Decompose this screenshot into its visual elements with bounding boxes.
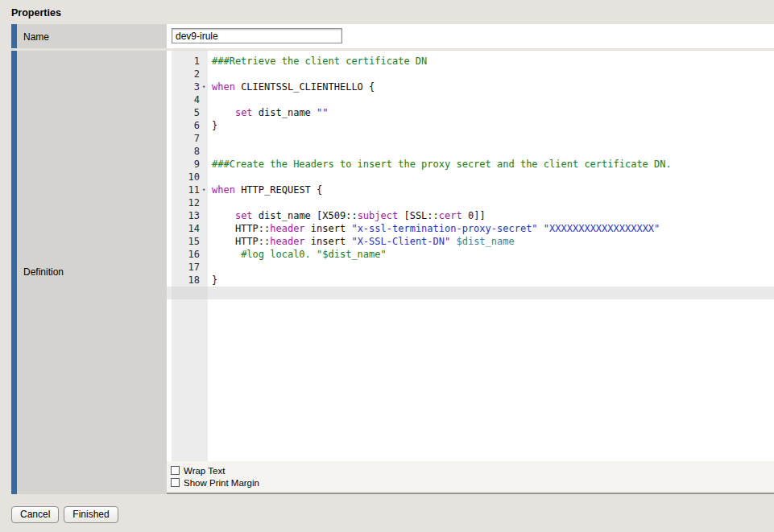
line-number: 14 xyxy=(167,222,208,235)
code-text[interactable] xyxy=(208,93,774,106)
show-print-margin-option[interactable]: Show Print Margin xyxy=(171,476,774,489)
code-text[interactable]: HTTP::header insert "X-SSL-Client-DN" $d… xyxy=(208,235,774,248)
code-line[interactable]: 5 set dist_name "" xyxy=(167,106,774,119)
token-comment: #log local0. "$dist_name" xyxy=(241,249,387,260)
line-number-text: 11 xyxy=(188,184,200,196)
code-text[interactable]: #log local0. "$dist_name" xyxy=(208,248,774,261)
token-plain: insert xyxy=(305,236,352,247)
code-text[interactable]: } xyxy=(208,274,774,287)
code-text[interactable] xyxy=(208,196,774,209)
code-text[interactable]: HTTP::header insert "x-ssl-termination-p… xyxy=(208,222,774,235)
line-number-text: 2 xyxy=(194,68,200,80)
code-line[interactable]: 16 #log local0. "$dist_name" xyxy=(167,248,774,261)
line-number: 10 xyxy=(167,171,208,184)
code-line[interactable]: 12 xyxy=(167,196,774,209)
line-number: 3▾ xyxy=(167,80,208,93)
irule-code-editor[interactable]: 1###Retrieve the client certificate DN23… xyxy=(167,51,774,494)
line-number: 1 xyxy=(167,55,208,68)
code-line[interactable]: 17 xyxy=(167,261,774,274)
token-plain: } xyxy=(212,274,217,286)
code-text[interactable] xyxy=(208,171,774,184)
line-number: 4 xyxy=(167,93,208,106)
line-number: 18 xyxy=(167,274,208,287)
line-number: 8 xyxy=(167,145,208,158)
token-keyword: set xyxy=(235,210,253,221)
token-comment: ###Create the Headers to insert the prox… xyxy=(212,159,672,170)
code-line[interactable]: 1###Retrieve the client certificate DN xyxy=(167,55,774,68)
code-text[interactable] xyxy=(208,261,774,274)
finished-button[interactable]: Finished xyxy=(64,506,118,523)
code-line[interactable]: 10 xyxy=(167,171,774,184)
line-number-text: 9 xyxy=(194,158,200,171)
line-number-text: 12 xyxy=(188,196,200,209)
code-text[interactable] xyxy=(208,132,774,145)
line-number-text: 1 xyxy=(194,55,200,68)
name-input[interactable] xyxy=(172,28,342,43)
code-text[interactable] xyxy=(208,287,774,299)
fold-toggle-icon[interactable]: ▾ xyxy=(200,80,208,93)
token-plain: HTTP_REQUEST { xyxy=(235,184,322,196)
code-line[interactable]: 15 HTTP::header insert "X-SSL-Client-DN"… xyxy=(167,235,774,248)
wrap-text-checkbox[interactable] xyxy=(171,466,180,475)
wrap-text-option[interactable]: Wrap Text xyxy=(171,464,774,476)
fold-toggle-icon[interactable]: ▾ xyxy=(200,184,208,196)
show-print-margin-label: Show Print Margin xyxy=(184,478,259,488)
line-number: 17 xyxy=(167,261,208,274)
code-line[interactable]: 14 HTTP::header insert "x-ssl-terminatio… xyxy=(167,222,774,235)
token-variable: $dist_name xyxy=(456,236,514,247)
line-number-text: 15 xyxy=(188,235,200,248)
code-region[interactable]: 1###Retrieve the client certificate DN23… xyxy=(167,51,774,461)
token-plain xyxy=(212,249,241,260)
line-number: 11▾ xyxy=(167,184,208,196)
code-text[interactable]: ###Retrieve the client certificate DN xyxy=(208,55,774,68)
name-label: Name xyxy=(11,24,167,48)
token-comment: ###Retrieve the client certificate DN xyxy=(212,56,427,67)
code-text[interactable] xyxy=(208,145,774,158)
code-text[interactable]: when CLIENTSSL_CLIENTHELLO { xyxy=(208,80,774,93)
token-keyword: header xyxy=(270,236,304,247)
code-line[interactable]: 6} xyxy=(167,119,774,132)
line-number-text: 4 xyxy=(194,93,200,106)
token-string: "" xyxy=(317,107,328,118)
line-number-text: 10 xyxy=(188,171,200,184)
token-plain: insert xyxy=(305,223,352,234)
line-number-text: 18 xyxy=(188,274,200,287)
code-line[interactable]: 11▾when HTTP_REQUEST { xyxy=(167,184,774,196)
code-line[interactable]: 4 xyxy=(167,93,774,106)
token-keyword: header xyxy=(270,223,304,234)
show-print-margin-checkbox[interactable] xyxy=(171,478,180,487)
code-line[interactable]: 2 xyxy=(167,68,774,80)
line-number: 13 xyxy=(167,209,208,222)
token-keyword: subject xyxy=(358,210,399,221)
cancel-button[interactable]: Cancel xyxy=(11,506,59,523)
code-line[interactable]: 8 xyxy=(167,145,774,158)
code-text[interactable]: } xyxy=(208,119,774,132)
token-plain: HTTP:: xyxy=(212,223,270,234)
token-string: "X-SSL-Client-DN" xyxy=(351,236,450,247)
token-keyword: cert xyxy=(439,210,462,221)
code-text[interactable]: when HTTP_REQUEST { xyxy=(208,184,774,196)
token-plain xyxy=(538,223,544,234)
line-number-text: 14 xyxy=(188,222,200,235)
code-text[interactable]: set dist_name "" xyxy=(208,106,774,119)
line-number: 15 xyxy=(167,235,208,248)
active-line-gutter-highlight xyxy=(172,287,208,299)
line-number-text: 7 xyxy=(194,132,200,145)
code-text[interactable]: ###Create the Headers to insert the prox… xyxy=(208,158,774,171)
line-number-text: 16 xyxy=(188,248,200,261)
line-number: 2 xyxy=(167,68,208,80)
line-number: 7 xyxy=(167,132,208,145)
code-line[interactable]: 18} xyxy=(167,274,774,287)
line-number-text: 8 xyxy=(194,145,200,158)
code-text[interactable] xyxy=(208,68,774,80)
code-line[interactable]: 9###Create the Headers to insert the pro… xyxy=(167,158,774,171)
code-line[interactable]: 13 set dist_name [X509::subject [SSL::ce… xyxy=(167,209,774,222)
definition-label: Definition xyxy=(11,51,167,494)
code-text[interactable]: set dist_name [X509::subject [SSL::cert … xyxy=(208,209,774,222)
code-line[interactable]: 7 xyxy=(167,132,774,145)
code-line[interactable]: 3▾when CLIENTSSL_CLIENTHELLO { xyxy=(167,80,774,93)
line-number: 9 xyxy=(167,158,208,171)
token-string: "XXXXXXXXXXXXXXXXXX" xyxy=(544,223,660,234)
line-number-text: 13 xyxy=(188,209,200,222)
code-line[interactable]: 19 xyxy=(167,287,774,299)
